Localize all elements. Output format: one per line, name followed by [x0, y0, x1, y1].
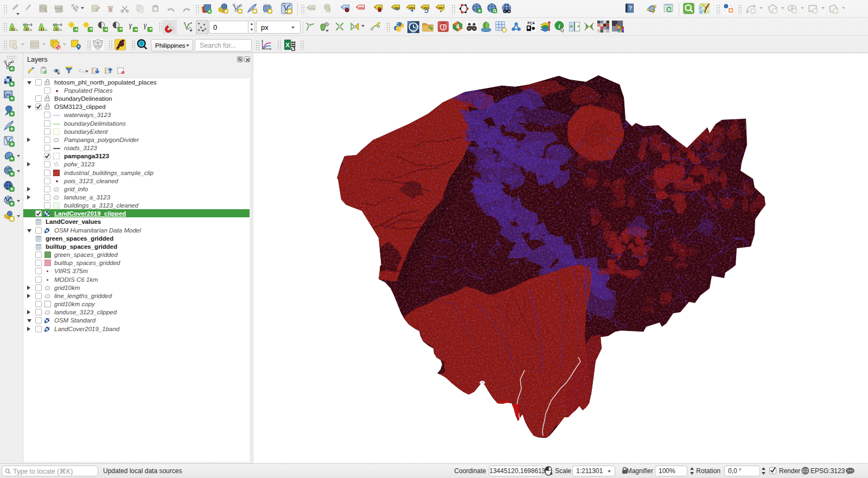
svg-text:abc: abc [409, 6, 415, 9]
svg-text:abc: abc [359, 6, 365, 9]
svg-text:?: ? [629, 5, 632, 11]
svg-text:ε: ε [79, 67, 81, 73]
svg-text:γ: γ [144, 21, 147, 29]
svg-text:γ: γ [129, 21, 132, 29]
svg-text:PCA: PCA [527, 21, 535, 25]
svg-text:4: 4 [456, 23, 459, 30]
svg-text:abc: abc [423, 6, 429, 9]
svg-text:X: X [285, 42, 290, 48]
svg-text:abc: abc [309, 7, 315, 10]
